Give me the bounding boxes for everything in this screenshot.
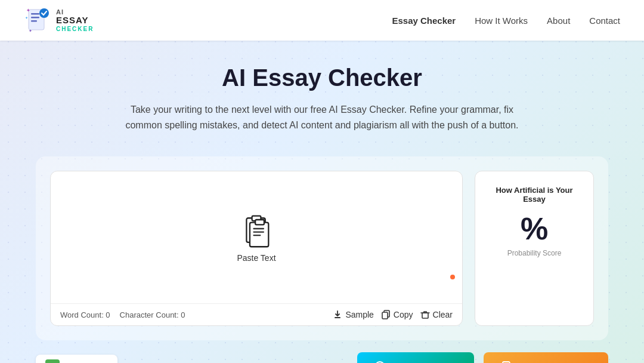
sample-label: Sample <box>345 310 373 319</box>
clear-label: Clear <box>433 310 453 319</box>
score-percent: % <box>521 213 548 244</box>
nav: Essay Checker How It Works About Contact <box>392 16 620 26</box>
score-panel: How Artificial is Your Essay % Probabili… <box>475 171 594 326</box>
sample-icon <box>333 310 342 319</box>
svg-point-4 <box>39 8 49 18</box>
word-count: Word Count: 0 <box>60 310 110 319</box>
logo-checker: CHECKER <box>56 26 94 32</box>
header: ✦ ✦ ✦ AI ESSAY CHECKER Essay Checker How… <box>0 0 644 41</box>
logo-essay: ESSAY <box>56 16 94 26</box>
paste-icon-area: Paste Text <box>237 213 275 263</box>
score-subtitle: Probability Score <box>507 249 562 257</box>
svg-rect-18 <box>422 313 428 318</box>
auto-icon: A <box>45 359 60 363</box>
svg-rect-15 <box>335 317 340 318</box>
main-container: Paste Text Word Count: 0 Character Count… <box>36 156 608 340</box>
svg-text:✦: ✦ <box>26 8 30 13</box>
nav-essay-checker[interactable]: Essay Checker <box>392 16 456 26</box>
svg-rect-12 <box>253 231 264 232</box>
auto-badge: A AUTO: ON <box>36 355 117 363</box>
editor-footer: Word Count: 0 Character Count: 0 Sample <box>51 303 462 325</box>
bottom-bar: A AUTO: ON Detect AI Essay Check Plagiar… <box>36 352 608 363</box>
svg-rect-14 <box>255 220 264 224</box>
check-plagiarism-button[interactable]: Check Plagiarism <box>484 352 608 363</box>
detect-ai-button[interactable]: Detect AI Essay <box>357 352 474 363</box>
copy-label: Copy <box>394 310 413 319</box>
editor-panel: Paste Text Word Count: 0 Character Count… <box>50 171 463 326</box>
svg-rect-13 <box>253 235 261 236</box>
char-count: Character Count: 0 <box>120 310 185 319</box>
word-count-area: Word Count: 0 Character Count: 0 <box>60 310 185 319</box>
nav-how-it-works[interactable]: How It Works <box>475 16 528 26</box>
trash-icon <box>420 310 430 319</box>
copy-button[interactable]: Copy <box>381 310 413 319</box>
hero-title: AI Essay Checker <box>12 64 632 91</box>
detect-icon <box>374 361 386 363</box>
svg-rect-2 <box>31 17 39 19</box>
svg-rect-11 <box>253 228 264 229</box>
score-title: How Artificial is Your Essay <box>485 186 584 204</box>
editor-actions: Sample Copy Clear <box>333 310 453 319</box>
cta-buttons: Detect AI Essay Check Plagiarism <box>357 352 608 363</box>
logo: ✦ ✦ ✦ AI ESSAY CHECKER <box>24 7 94 33</box>
editor-area[interactable]: Paste Text <box>51 171 462 303</box>
status-dot <box>450 275 455 279</box>
svg-text:✦: ✦ <box>29 29 32 33</box>
clear-button[interactable]: Clear <box>420 310 453 319</box>
hero-description: Take your writing to the next level with… <box>119 102 525 133</box>
svg-text:✦: ✦ <box>25 16 28 20</box>
nav-about[interactable]: About <box>547 16 570 26</box>
sample-button[interactable]: Sample <box>333 310 373 319</box>
copy-icon <box>381 310 391 319</box>
svg-rect-17 <box>382 312 388 319</box>
nav-contact[interactable]: Contact <box>589 16 620 26</box>
paste-label: Paste Text <box>237 253 275 263</box>
hero-section: AI Essay Checker Take your writing to th… <box>0 41 644 144</box>
plagiarism-icon <box>500 361 512 363</box>
logo-text: AI ESSAY CHECKER <box>56 8 94 32</box>
content-row: Paste Text Word Count: 0 Character Count… <box>50 171 594 326</box>
logo-icon: ✦ ✦ ✦ <box>24 7 50 33</box>
svg-rect-1 <box>31 13 39 15</box>
svg-rect-3 <box>31 20 37 22</box>
